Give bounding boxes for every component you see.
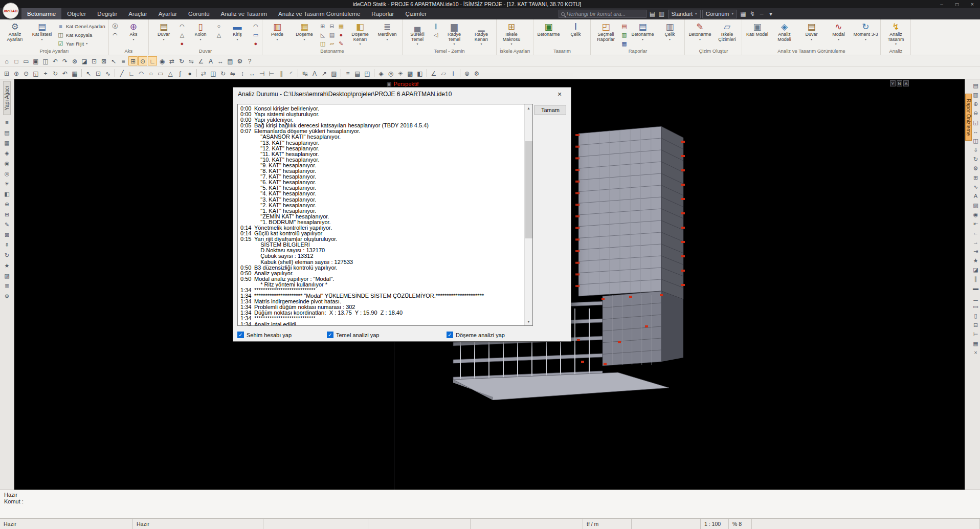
save-icon[interactable]: ▣ bbox=[31, 56, 40, 65]
footer-icon[interactable]: ▁ bbox=[971, 293, 980, 302]
command-search-input[interactable] bbox=[567, 11, 644, 17]
ribbon-button-rampa[interactable]: ◺ bbox=[319, 31, 327, 39]
print-icon[interactable]: ◫ bbox=[971, 137, 980, 145]
tab-analiz-ve-tasarim[interactable]: Analiz ve Tasarım bbox=[215, 8, 273, 19]
ribbon-button-tasarim-celik[interactable]: ⅠÇelik bbox=[563, 21, 588, 48]
ribbon-button-rapor-metraj[interactable]: ▦ bbox=[620, 39, 628, 48]
text-icon[interactable]: A bbox=[971, 192, 980, 201]
ribbon-button-perde[interactable]: ▥Perde▾ bbox=[264, 21, 290, 48]
ruler-icon[interactable]: ⊢ bbox=[971, 330, 980, 339]
properties-icon[interactable]: ▤ bbox=[226, 56, 235, 65]
material-icon[interactable]: ▨ bbox=[3, 272, 11, 280]
right-panel-tab-rapor-onizleme[interactable]: Rapor Önizleme bbox=[965, 94, 972, 141]
grid-icon[interactable]: ▦ bbox=[971, 339, 980, 348]
ribbon-button-iskele-cizimleri[interactable]: ▱İskele Çizimleri bbox=[714, 21, 740, 48]
line-icon[interactable]: ╱ bbox=[117, 69, 126, 78]
info-icon[interactable]: i bbox=[449, 69, 458, 78]
mirror-icon[interactable]: ⇋ bbox=[187, 56, 196, 65]
ribbon-button-nervur[interactable]: ⊞ bbox=[319, 22, 327, 30]
checkbox-temel-analizi-yap[interactable]: ✓Temel analizi yap bbox=[327, 332, 379, 338]
fillet-icon[interactable]: ◜ bbox=[286, 69, 296, 78]
ribbon-button-kat-kopyala[interactable]: ◫Kat Kopyala bbox=[56, 31, 106, 39]
match-properties-icon[interactable]: ◰ bbox=[363, 69, 372, 78]
ribbon-button-doseme-dosya[interactable]: ▱ bbox=[328, 39, 336, 48]
settings-icon[interactable]: ⚙ bbox=[235, 56, 244, 65]
orbit-icon[interactable]: ↻ bbox=[51, 69, 60, 78]
move-icon[interactable]: ⇄ bbox=[167, 56, 176, 65]
ribbon-button-aks-yay[interactable]: ◠ bbox=[111, 31, 119, 39]
ribbon-button-rapor-malzeme[interactable]: ▥ bbox=[620, 31, 628, 39]
paste-icon[interactable]: ⊡ bbox=[90, 56, 99, 65]
ribbon-button-tekil-temel[interactable]: ∥ bbox=[432, 22, 440, 30]
delete-icon[interactable]: ⊠ bbox=[99, 56, 108, 65]
copy-icon[interactable]: ◪ bbox=[80, 56, 89, 65]
ribbon-button-analiz-ayarlari[interactable]: ⚙Analiz Ayarları bbox=[2, 21, 28, 48]
section-icon[interactable]: ◧ bbox=[415, 69, 425, 78]
collapse-ribbon-icon[interactable]: – bbox=[757, 10, 766, 17]
properties-icon[interactable]: ▤ bbox=[353, 69, 362, 78]
ribbon-button-kolon[interactable]: ▯Kolon▾ bbox=[188, 21, 213, 48]
ribbon-button-doseme-boslugu[interactable]: ▦ bbox=[337, 22, 345, 30]
ribbon-button-duvar[interactable]: ▤Duvar▾ bbox=[151, 21, 176, 48]
section-icon[interactable]: ◧ bbox=[3, 190, 11, 199]
ribbon-button-doseme-cizim[interactable]: ✎ bbox=[337, 39, 345, 48]
scroll-down-icon[interactable]: ▼ bbox=[525, 318, 532, 325]
ribbon-button-iskele-makrosu[interactable]: ⊞İskele Makrosu▾ bbox=[499, 21, 524, 48]
tab-cizimler[interactable]: Çizimler bbox=[399, 8, 432, 19]
axis-icon[interactable]: ⊕ bbox=[3, 200, 11, 209]
layers-icon[interactable]: ≡ bbox=[119, 56, 128, 65]
favorites-icon[interactable]: ★ bbox=[3, 261, 11, 270]
ribbon-button-kolon-dairesel[interactable]: ○ bbox=[215, 22, 223, 30]
settings-icon[interactable]: ⚙ bbox=[971, 164, 980, 173]
checkbox-doseme-analizi-yap[interactable]: ✓Döşeme analizi yap bbox=[447, 332, 505, 338]
left-panel-tab-yapi-agaci[interactable]: Yapı Ağacı bbox=[3, 81, 11, 115]
ribbon-button-kat-genel-ayarlari[interactable]: ≡Kat Genel Ayarları bbox=[56, 22, 106, 30]
ribbon-button-radye-kenari[interactable]: ▁Radye Kenarı▾ bbox=[469, 21, 494, 48]
home-icon[interactable]: ⌂ bbox=[2, 56, 11, 65]
last-page-icon[interactable]: ⇥ bbox=[971, 247, 980, 256]
quick-analysis-icon[interactable]: ↯ bbox=[748, 10, 757, 17]
select-icon[interactable]: ↖ bbox=[109, 56, 118, 65]
view-select[interactable]: Görünüm ▾ bbox=[702, 10, 737, 18]
ribbon-button-aks[interactable]: ⊕Aks▾ bbox=[121, 21, 146, 48]
copy-object-icon[interactable]: ◫ bbox=[209, 69, 218, 78]
light-icon[interactable]: ☀ bbox=[396, 69, 405, 78]
viewport-letter-y[interactable]: Y bbox=[890, 80, 896, 86]
grid-toggle-icon[interactable]: ⊞ bbox=[128, 56, 138, 65]
previous-view-icon[interactable]: ↶ bbox=[60, 69, 70, 78]
hatch-icon[interactable]: ▨ bbox=[329, 69, 339, 78]
select-window-icon[interactable]: ⊡ bbox=[94, 69, 103, 78]
select-pointer-icon[interactable]: ↖ bbox=[84, 69, 93, 78]
ribbon-button-duvar-yay[interactable]: ◠ bbox=[178, 22, 186, 30]
rotate-icon[interactable]: ↻ bbox=[218, 69, 228, 78]
area-icon[interactable]: ▱ bbox=[439, 69, 448, 78]
layout-grid-icon[interactable]: ▦ bbox=[739, 10, 748, 17]
find-icon[interactable]: ◉ bbox=[971, 210, 980, 219]
scroll-up-icon[interactable]: ▲ bbox=[525, 104, 532, 112]
ribbon-button-kiris-nokta[interactable]: ● bbox=[252, 39, 260, 48]
pan-icon[interactable]: + bbox=[41, 69, 50, 78]
spline-icon[interactable]: ∫ bbox=[175, 69, 185, 78]
settings-icon[interactable]: ⚙ bbox=[472, 69, 481, 78]
ribbon-button-gorunum-modal[interactable]: ∿Modal▾ bbox=[826, 21, 851, 48]
analysis-log[interactable]: 0:00Konsol kirişler belirleniyor.0:00Yap… bbox=[237, 104, 533, 326]
ribbon-button-duvar-poligon[interactable]: △ bbox=[178, 31, 186, 39]
ortho-toggle-icon[interactable]: ∟ bbox=[148, 56, 157, 65]
ribbon-button-kati-model[interactable]: ▣Katı Model bbox=[744, 21, 770, 48]
polygon-icon[interactable]: △ bbox=[166, 69, 175, 78]
tab-araclar[interactable]: Araçlar bbox=[123, 8, 152, 19]
zoom-in-icon[interactable]: ⊕ bbox=[12, 69, 21, 78]
leader-icon[interactable]: ↗ bbox=[320, 69, 329, 78]
tab-analiz-ve-tasarim-goruntuleme[interactable]: Analiz ve Tasarım Görüntüleme bbox=[273, 8, 366, 19]
prev-page-icon[interactable]: ← bbox=[971, 229, 980, 237]
annotate-icon[interactable]: ✎ bbox=[3, 221, 11, 229]
point-icon[interactable]: ● bbox=[185, 69, 194, 78]
move-icon[interactable]: ⇄ bbox=[199, 69, 208, 78]
arc-icon[interactable]: ◠ bbox=[137, 69, 146, 78]
report-pages-icon[interactable]: ▥ bbox=[971, 91, 980, 99]
viewport-letter-a[interactable]: A bbox=[903, 80, 909, 86]
close-button[interactable]: × bbox=[965, 0, 980, 8]
landscape-icon[interactable]: ⊟ bbox=[971, 321, 980, 329]
maximize-button[interactable]: □ bbox=[949, 0, 965, 8]
3d-view-icon[interactable]: ◈ bbox=[3, 149, 11, 158]
